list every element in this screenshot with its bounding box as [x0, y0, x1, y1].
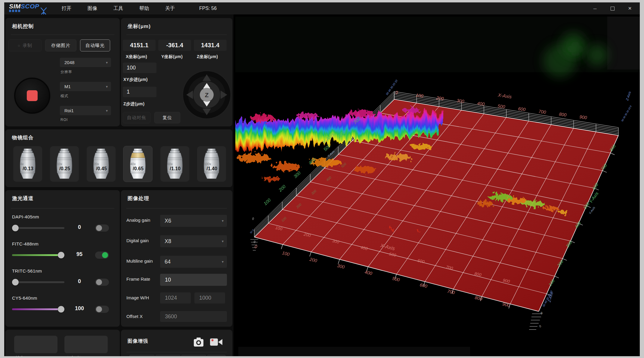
laser-name-FITC-488nm: FITC-488nm — [12, 241, 39, 246]
objective-40x[interactable]: 40x /0.65 — [123, 146, 152, 182]
z-step-input[interactable]: 1 — [123, 87, 156, 97]
stop-icon — [27, 90, 38, 101]
coord-value-2[interactable]: 1431.4 — [194, 40, 227, 51]
objective-magnification: 20x — [94, 162, 99, 166]
maximize-button[interactable] — [604, 2, 621, 14]
slider-knob[interactable] — [12, 279, 19, 285]
proc-input-4-b[interactable]: 1000 — [194, 292, 225, 304]
svg-text:300: 300 — [293, 170, 302, 179]
xy-step-input[interactable]: 100 — [123, 63, 156, 73]
laser-toggle-CY5-640nm[interactable] — [95, 306, 109, 313]
svg-text:100: 100 — [282, 250, 290, 257]
svg-text:Y-Axis: Y-Axis — [588, 206, 596, 215]
objective-na: /0.65 — [133, 166, 144, 171]
svg-text:Z-Axis: Z-Axis — [625, 91, 632, 101]
stop-capture-button[interactable] — [14, 78, 50, 114]
menu-item-5[interactable]: 关于 — [163, 5, 178, 12]
caret-down-icon: ▾ — [106, 85, 108, 89]
laser-toggle-TRITC-561nm[interactable] — [95, 279, 109, 286]
menu-item-2[interactable]: 图像 — [85, 5, 100, 12]
objective-100x[interactable]: 100x /1.40 — [197, 146, 226, 182]
camera-select-ROI[interactable]: Roi1▾ — [60, 106, 111, 115]
coord-value-1[interactable]: -361.4 — [158, 40, 191, 51]
objective-icon: 10x /0.25 — [55, 148, 73, 180]
svg-text:800: 800 — [559, 111, 567, 117]
laser-slider-CY5-640nm[interactable] — [12, 308, 64, 310]
slider-knob[interactable] — [58, 306, 64, 313]
proc-input-5[interactable]: 3600 — [160, 311, 227, 322]
render-viewport: 0100200300400500600700800900X-Axis100200… — [234, 14, 640, 356]
objective-na: /1.40 — [206, 166, 217, 171]
laser-slider-FITC-488nm[interactable] — [12, 254, 64, 256]
svg-text:0: 0 — [252, 217, 254, 221]
laser-slider-DAPI-405nm[interactable] — [12, 227, 64, 229]
laser-toggle-FITC-488nm[interactable] — [95, 252, 109, 259]
svg-text:500: 500 — [497, 103, 506, 109]
enhance-button-4[interactable] — [207, 355, 226, 356]
enhance-button-2[interactable] — [155, 355, 181, 356]
surface-plot-3d[interactable]: 0100200300400500600700800900X-Axis100200… — [235, 17, 640, 356]
enhance-button-3[interactable] — [181, 355, 206, 356]
joystick-z-label: Z — [205, 91, 209, 98]
record-button[interactable]: ○ 录制 — [8, 39, 42, 51]
laser-value-FITC-488nm: 95 — [72, 251, 87, 258]
enhance-button-1[interactable] — [129, 355, 155, 356]
objective-60x[interactable]: 60x /1.10 — [160, 146, 189, 182]
proc-label-5: Offset X — [126, 314, 143, 319]
camera-control-title: 相机控制 — [12, 23, 34, 30]
coordinates-card: 坐标(μm) 4151.1X坐标(μm)-361.4Y坐标(μm)1431.4Z… — [121, 18, 232, 126]
objective-na: /0.25 — [59, 166, 70, 171]
proc-select-1[interactable]: X8▾ — [160, 235, 227, 247]
svg-text:50 40 30 20 10 0: 50 40 30 20 10 0 — [621, 105, 632, 122]
menu-item-4[interactable]: 帮助 — [137, 5, 152, 12]
laser-name-DAPI-405nm: DAPI-405nm — [12, 214, 39, 219]
autofocus-button[interactable]: 自动对焦 — [123, 112, 150, 123]
logo-figure-icon — [39, 7, 48, 15]
objective-4x[interactable]: 4x /0.13 — [13, 146, 42, 182]
laser-slider-TRITC-561nm[interactable] — [12, 281, 64, 283]
toggle-knob — [96, 306, 102, 312]
objective-10x[interactable]: 10x /0.25 — [50, 146, 79, 182]
menu-item-3[interactable]: 工具 — [111, 5, 126, 12]
proc-select-0[interactable]: X6▾ — [160, 215, 227, 227]
objective-20x[interactable]: 20x /0.45 — [87, 146, 116, 182]
coord-label-2: Z坐标(μm) — [197, 54, 218, 60]
video-camera-icon[interactable] — [209, 337, 223, 347]
menu-bar: 打开图像工具帮助关于 — [59, 5, 178, 12]
save-image-button[interactable]: 存储图片 — [45, 39, 76, 51]
proc-label-4: Image W/H — [126, 295, 149, 300]
camera-select-label: 分辨率 — [60, 69, 72, 75]
svg-text:0: 0 — [540, 311, 543, 315]
auto-exposure-button[interactable]: 自动曝光 — [80, 39, 110, 51]
minimize-button[interactable]: ─ — [586, 2, 604, 14]
stats-card: 帧率(fps)像素时间(μs) — [5, 330, 120, 356]
svg-text:700: 700 — [538, 109, 547, 115]
slider-fill — [12, 254, 62, 256]
camera-icon[interactable] — [193, 336, 205, 348]
toggle-knob — [96, 225, 102, 231]
slider-knob[interactable] — [12, 225, 19, 231]
titlebar: SIMSCOP 打开图像工具帮助关于 FPS: 56 ─ ✕ — [4, 2, 640, 14]
svg-text:300: 300 — [457, 98, 465, 104]
close-button[interactable]: ✕ — [621, 2, 639, 14]
camera-control-card: 相机控制 ○ 录制 存储图片 自动曝光 2048▾分辨率M1▾模式Roi1▾RO… — [5, 18, 120, 126]
camera-select-模式[interactable]: M1▾ — [60, 82, 111, 91]
toggle-knob — [96, 279, 102, 285]
objective-icon: 20x /0.45 — [92, 148, 110, 180]
laser-toggle-DAPI-405nm[interactable] — [95, 224, 109, 232]
reset-button[interactable]: 复位 — [154, 112, 180, 123]
stat-box-0[interactable] — [14, 336, 57, 353]
stat-box-1[interactable] — [64, 336, 108, 353]
coord-label-0: X坐标(μm) — [126, 54, 147, 60]
proc-select-2[interactable]: 64▾ — [160, 256, 227, 268]
camera-select-分辨率[interactable]: 2048▾ — [60, 58, 111, 67]
menu-item-1[interactable]: 打开 — [59, 5, 74, 12]
coordinates-title: 坐标(μm) — [128, 23, 151, 30]
slider-knob[interactable] — [58, 252, 64, 258]
proc-input-4-a[interactable]: 1024 — [160, 292, 191, 304]
proc-input-3[interactable]: 10 — [160, 274, 227, 286]
image-processing-card: 图像处理 Analog gainX6▾Digital gainX8▾Multil… — [121, 190, 232, 327]
stage-joystick[interactable]: Z — [182, 70, 232, 120]
caret-down-icon: ▾ — [222, 260, 224, 264]
coord-value-0[interactable]: 4151.1 — [123, 40, 156, 51]
